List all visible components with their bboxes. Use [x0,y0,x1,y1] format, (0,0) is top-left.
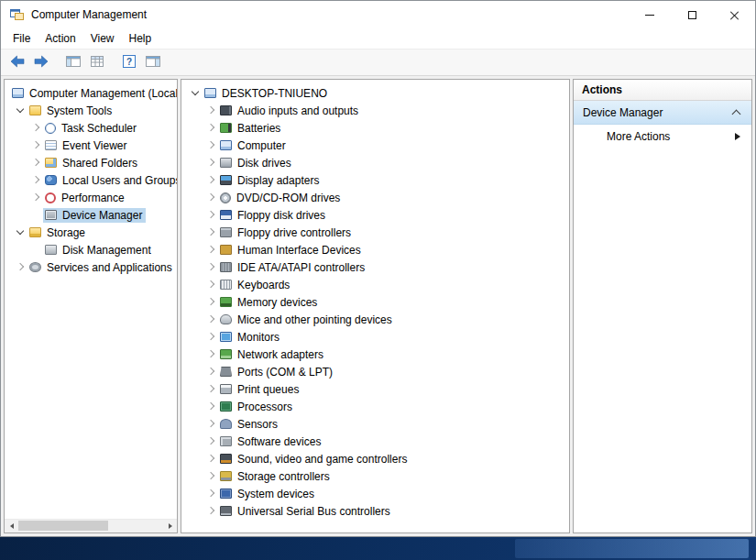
chevron-collapsed-icon[interactable] [29,138,43,152]
chevron-collapsed-icon[interactable] [204,243,218,257]
menu-item-view[interactable]: View [83,30,122,47]
chevron-collapsed-icon[interactable] [204,313,218,326]
back-button[interactable] [5,51,29,74]
scroll-right-icon [169,523,172,529]
help-button[interactable]: ? [117,51,141,74]
tree-item-sensors[interactable]: Sensors [181,415,569,433]
action-item-more-actions[interactable]: More Actions [574,125,751,148]
chevron-expanded-icon[interactable] [14,225,27,239]
tree-item-batteries[interactable]: Batteries [181,119,569,137]
chevron-collapsed-icon[interactable] [204,365,218,379]
tree-item-content: Disk drives [218,156,295,170]
tree-item-computer-management-local[interactable]: Computer Management (Local) [5,84,177,102]
scrollbar-track[interactable] [18,520,163,533]
tree-item-computer[interactable]: Computer [181,137,569,154]
tree-item-task-scheduler[interactable]: Task Scheduler [5,119,177,137]
chevron-collapsed-icon[interactable] [204,382,218,396]
tree-item-label: Computer [237,139,286,152]
chevron-collapsed-icon[interactable] [204,330,218,344]
chevron-collapsed-icon[interactable] [204,173,218,187]
chevron-collapsed-icon[interactable] [204,469,218,483]
tree-item-dvd-cd-rom-drives[interactable]: DVD/CD-ROM drives [181,189,569,206]
tree-item-services-and-applications[interactable]: Services and Applications [5,258,177,276]
chevron-collapsed-icon[interactable] [204,400,218,413]
tree-item-event-viewer[interactable]: Event Viewer [5,137,177,154]
menu-item-file[interactable]: File [5,30,38,47]
minimize-button[interactable] [629,1,671,28]
chevron-up-icon[interactable] [731,107,742,118]
chevron-collapsed-icon[interactable] [204,208,218,222]
close-button[interactable] [713,1,755,28]
tree-item-system-devices[interactable]: System devices [181,485,569,502]
tree-item-audio-inputs-and-outputs[interactable]: Audio inputs and outputs [181,102,569,119]
horizontal-scrollbar[interactable] [5,519,177,533]
chevron-collapsed-icon[interactable] [204,504,218,518]
tree-item-local-users-and-groups[interactable]: Local Users and Groups [5,171,177,189]
arrow-right-icon[interactable] [731,131,742,142]
tree-item-floppy-drive-controllers[interactable]: Floppy drive controllers [181,224,569,241]
chevron-spacer [29,243,43,257]
chevron-collapsed-icon[interactable] [29,121,43,135]
show-hide-console-tree-button[interactable] [61,51,85,74]
chevron-collapsed-icon[interactable] [204,487,218,500]
properties-button[interactable] [85,51,109,74]
scroll-right-button[interactable] [163,520,177,532]
chevron-collapsed-icon[interactable] [204,121,218,135]
scroll-left-button[interactable] [5,520,18,532]
chevron-collapsed-icon[interactable] [204,417,218,431]
chevron-collapsed-icon[interactable] [29,191,43,204]
tree-item-content: Floppy drive controllers [218,225,355,240]
chevron-collapsed-icon[interactable] [204,156,218,170]
chevron-expanded-icon[interactable] [189,86,203,100]
keyboards-icon [220,280,232,290]
tree-item-memory-devices[interactable]: Memory devices [181,293,569,311]
tree-item-processors[interactable]: Processors [181,398,569,415]
chevron-collapsed-icon[interactable] [204,434,218,448]
tree-item-human-interface-devices[interactable]: Human Interface Devices [181,241,569,258]
menu-item-action[interactable]: Action [38,30,82,47]
chevron-collapsed-icon[interactable] [204,191,218,204]
chevron-collapsed-icon[interactable] [14,260,27,274]
chevron-collapsed-icon[interactable] [204,225,218,239]
chevron-collapsed-icon[interactable] [204,347,218,361]
forward-button[interactable] [29,51,53,74]
tree-item-software-devices[interactable]: Software devices [181,433,569,450]
tree-item-network-adapters[interactable]: Network adapters [181,346,569,363]
chevron-collapsed-icon[interactable] [204,104,218,117]
chevron-collapsed-icon[interactable] [204,295,218,309]
chevron-collapsed-icon[interactable] [204,260,218,274]
tree-item-keyboards[interactable]: Keyboards [181,276,569,293]
tree-item-mice-and-other-pointing-devices[interactable]: Mice and other pointing devices [181,311,569,328]
chevron-collapsed-icon[interactable] [204,138,218,152]
chevron-collapsed-icon[interactable] [204,452,218,466]
tree-item-desktop-tniueno[interactable]: DESKTOP-TNIUENO [181,84,569,102]
tree-item-sound-video-and-game-controllers[interactable]: Sound, video and game controllers [181,450,569,467]
chevron-collapsed-icon[interactable] [29,173,43,187]
tree-item-shared-folders[interactable]: Shared Folders [5,154,177,171]
tree-item-storage-controllers[interactable]: Storage controllers [181,467,569,485]
action-item-device-manager[interactable]: Device Manager [574,101,751,125]
chevron-expanded-icon[interactable] [14,104,27,117]
tree-item-disk-management[interactable]: Disk Management [5,241,177,258]
tree-item-disk-drives[interactable]: Disk drives [181,154,569,171]
tree-item-universal-serial-bus-controllers[interactable]: Universal Serial Bus controllers [181,502,569,520]
maximize-button[interactable] [671,1,713,28]
tree-item-floppy-disk-drives[interactable]: Floppy disk drives [181,206,569,224]
tree-item-print-queues[interactable]: Print queues [181,380,569,398]
show-hide-action-pane-button[interactable] [141,51,165,74]
tree-item-storage[interactable]: Storage [5,224,177,241]
back-icon [10,55,25,71]
tree-item-display-adapters[interactable]: Display adapters [181,171,569,189]
tree-item-performance[interactable]: Performance [5,189,177,206]
tree-item-label: IDE ATA/ATAPI controllers [237,261,365,274]
tree-item-ide-ata-atapi-controllers[interactable]: IDE ATA/ATAPI controllers [181,258,569,276]
chevron-collapsed-icon[interactable] [204,278,218,291]
tree-item-system-tools[interactable]: System Tools [5,102,177,119]
chevron-collapsed-icon[interactable] [29,156,43,170]
menu-item-help[interactable]: Help [122,30,159,47]
tree-item-device-manager[interactable]: Device Manager [5,206,177,224]
tree-item-content: Universal Serial Bus controllers [218,504,394,519]
scrollbar-thumb[interactable] [18,521,108,531]
tree-item-monitors[interactable]: Monitors [181,328,569,346]
tree-item-ports-com-lpt[interactable]: Ports (COM & LPT) [181,363,569,380]
